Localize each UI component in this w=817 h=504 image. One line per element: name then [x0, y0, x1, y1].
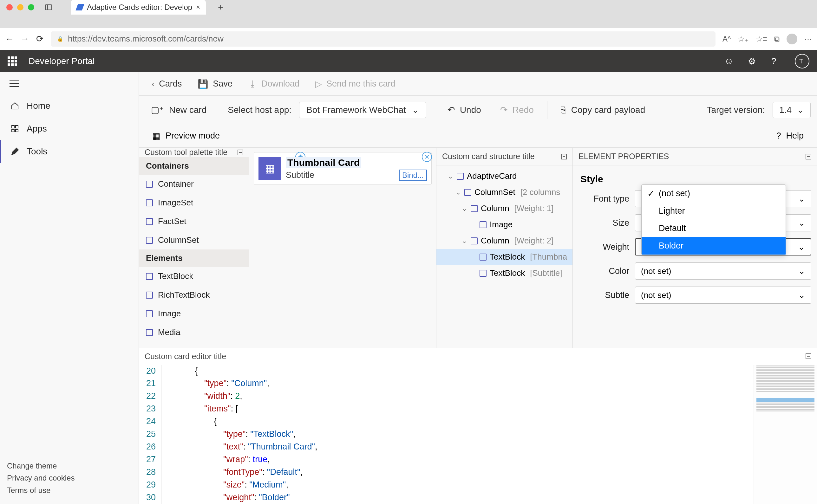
nav-tools[interactable]: Tools [0, 140, 139, 163]
left-nav: Home Apps Tools Change theme Privacy and… [0, 72, 139, 504]
portal-header: Developer Portal ☺ ⚙ ? TI [0, 50, 817, 72]
palette-item-label: FactSet [158, 216, 186, 226]
minimap[interactable] [754, 365, 817, 504]
save-button[interactable]: 💾 Save [198, 79, 232, 89]
settings-icon[interactable]: ⚙ [748, 56, 757, 67]
undo-label: Undo [460, 105, 481, 115]
svg-rect-3 [16, 129, 18, 132]
help-button[interactable]: ? Help [770, 128, 809, 143]
close-window[interactable] [6, 4, 13, 10]
tree-meta: [Subtitle] [530, 268, 562, 278]
footer-link[interactable]: Change theme [7, 460, 132, 472]
tree-node-image[interactable]: ⌄ Image [437, 216, 573, 233]
undo-button[interactable]: ↶ Undo [442, 102, 487, 118]
palette-item[interactable]: ColumnSet [139, 231, 249, 249]
send-button: ▷ Send me this card [315, 79, 395, 89]
nav-apps[interactable]: Apps [0, 117, 139, 140]
send-label: Send me this card [326, 79, 395, 89]
preview-icon: ▦ [152, 131, 160, 141]
copy-payload-button[interactable]: ⎘ Copy card payload [555, 102, 651, 118]
profile-icon[interactable] [787, 34, 797, 44]
download-label: Download [261, 79, 299, 89]
card-structure: Custom card structure title ⌄ AdaptiveCa… [437, 148, 573, 348]
subtle-select[interactable]: (not set)⌄ [635, 287, 811, 304]
tree-node-column-2[interactable]: ⌄ Column [Weight: 2] [437, 233, 573, 249]
read-aloud-icon[interactable]: Aᴬ [723, 35, 731, 43]
tree-node-textblock-1[interactable]: ⌄ TextBlock [Thumbna [437, 249, 573, 265]
chevron-down-icon[interactable]: ⌄ [462, 205, 468, 212]
collections-icon[interactable]: ⧉ [774, 35, 780, 43]
card-preview[interactable]: ✥ ✕ ▦ Thumbnail Card Subtitle Bind... [254, 152, 432, 185]
columnset-icon [464, 189, 471, 196]
more-icon[interactable]: ⋯ [804, 35, 812, 43]
chevron-down-icon[interactable]: ⌄ [462, 237, 468, 245]
tab-bar: Adaptive Cards editor: Develop × + [0, 0, 817, 15]
line-gutter: 2021222324252627282930 [139, 365, 162, 504]
collapse-icon[interactable] [561, 154, 567, 159]
weight-dropdown[interactable]: (not set) Lighter Default Bolder [641, 184, 786, 255]
color-select[interactable]: (not set)⌄ [635, 262, 811, 280]
tree-node-column-1[interactable]: ⌄ Column [Weight: 1] [437, 200, 573, 216]
tab-close-icon[interactable]: × [196, 3, 200, 11]
chevron-down-icon[interactable]: ⌄ [456, 189, 461, 196]
palette-item-icon [146, 199, 153, 206]
hamburger-icon[interactable] [10, 80, 19, 87]
collapse-icon[interactable] [806, 154, 811, 159]
content: ‹ Cards 💾 Save ⭳ Download ▷ Send me this… [139, 72, 817, 504]
palette-item[interactable]: Container [139, 175, 249, 193]
nav-home[interactable]: Home [0, 94, 139, 117]
collapse-icon[interactable] [806, 353, 811, 359]
tree-node-adaptivecard[interactable]: ⌄ AdaptiveCard [437, 168, 573, 184]
palette-item[interactable]: Media [139, 323, 249, 342]
emoji-icon[interactable]: ☺ [724, 56, 734, 66]
collapse-icon[interactable] [237, 150, 243, 155]
footer-link[interactable]: Privacy and cookies [7, 472, 132, 484]
sidebar-toggle-icon[interactable] [45, 4, 52, 10]
question-icon: ? [776, 131, 781, 141]
dropdown-option-default[interactable]: Default [642, 220, 786, 237]
favorite-icon[interactable]: ☆₊ [738, 35, 749, 43]
canvas[interactable]: ✥ ✕ ▦ Thumbnail Card Subtitle Bind... [249, 148, 437, 348]
back-cards[interactable]: ‹ Cards [152, 79, 182, 89]
palette-item[interactable]: ImageSet [139, 193, 249, 212]
element-properties: ELEMENT PROPERTIES Style Font type ⌄ Siz… [573, 148, 817, 348]
palette-title: Custom tool palette title [145, 148, 227, 157]
card-title[interactable]: Thumbnail Card [286, 157, 361, 168]
host-app-select[interactable]: Bot Framework WebChat ⌄ [299, 102, 426, 118]
bind-button[interactable]: Bind... [399, 170, 427, 181]
palette-item-icon [146, 273, 153, 280]
svg-rect-1 [16, 126, 18, 128]
palette-item[interactable]: TextBlock [139, 267, 249, 286]
palette-item-icon [146, 292, 153, 299]
font-type-label: Font type [579, 194, 629, 204]
new-card-button[interactable]: ▢⁺ New card [145, 102, 212, 118]
back-icon[interactable]: ← [5, 34, 13, 44]
palette-item[interactable]: ActionSet [139, 342, 249, 348]
dropdown-option-notset[interactable]: (not set) [642, 185, 786, 202]
tree-node-textblock-2[interactable]: ⌄ TextBlock [Subtitle] [437, 265, 573, 281]
palette-item[interactable]: FactSet [139, 212, 249, 231]
help-icon[interactable]: ? [771, 56, 781, 66]
browser-tab[interactable]: Adaptive Cards editor: Develop × [71, 0, 206, 15]
user-avatar[interactable]: TI [795, 54, 809, 68]
code-body[interactable]: 2021222324252627282930 { "type": "Column… [139, 365, 817, 504]
dropdown-option-lighter[interactable]: Lighter [642, 202, 786, 220]
palette-item[interactable]: RichTextBlock [139, 286, 249, 304]
url-input[interactable]: 🔒 https://dev.teams.microsoft.com/cards/… [51, 31, 716, 47]
dropdown-option-bolder[interactable]: Bolder [642, 237, 786, 255]
palette-item[interactable]: Image [139, 304, 249, 323]
preview-mode-button[interactable]: ▦ Preview mode [146, 128, 225, 144]
code-lines[interactable]: { "type": "Column", "width": 2, "items":… [162, 365, 817, 504]
tree-node-columnset[interactable]: ⌄ ColumnSet [2 columns [437, 184, 573, 200]
favorites-bar-icon[interactable]: ☆≡ [756, 35, 767, 43]
chevron-down-icon[interactable]: ⌄ [448, 172, 454, 180]
save-label: Save [213, 79, 232, 89]
new-tab-button[interactable]: + [218, 2, 224, 13]
app-launcher-icon[interactable] [8, 56, 17, 66]
target-version-select[interactable]: 1.4 ⌄ [773, 102, 811, 118]
tree-meta: [Thumbna [530, 252, 567, 262]
minimize-window[interactable] [17, 4, 23, 10]
refresh-icon[interactable]: ⟳ [36, 34, 44, 44]
footer-link[interactable]: Terms of use [7, 484, 132, 496]
maximize-window[interactable] [28, 4, 34, 10]
